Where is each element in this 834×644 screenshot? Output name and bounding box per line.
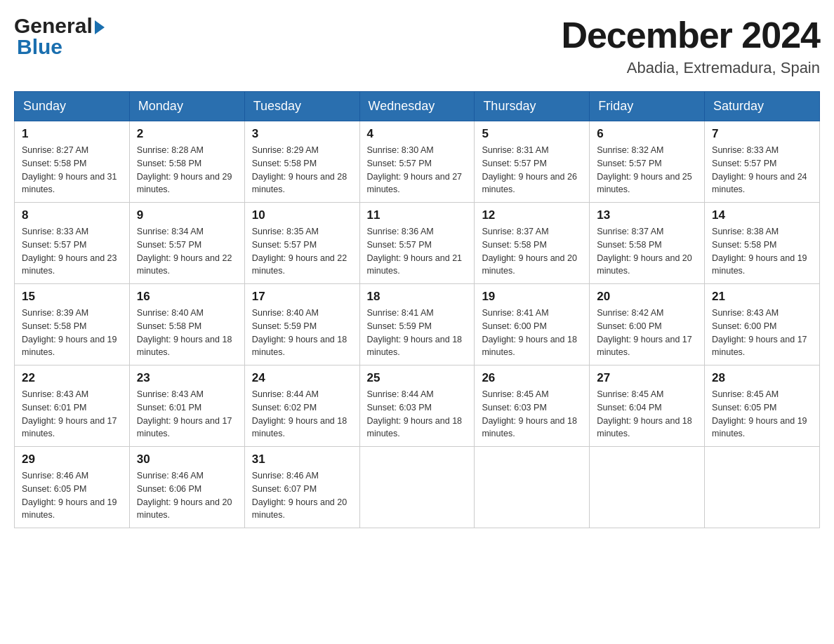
day-info: Sunrise: 8:43 AMSunset: 6:01 PMDaylight:… <box>137 388 237 441</box>
day-info: Sunrise: 8:40 AMSunset: 5:58 PMDaylight:… <box>137 307 237 359</box>
week-row-5: 29Sunrise: 8:46 AMSunset: 6:05 PMDayligh… <box>15 447 820 528</box>
day-number: 26 <box>482 371 582 385</box>
day-number: 10 <box>252 208 352 222</box>
day-number: 16 <box>137 290 237 304</box>
column-header-monday: Monday <box>129 92 244 121</box>
day-number: 31 <box>252 452 352 467</box>
day-number: 15 <box>22 290 122 304</box>
day-number: 3 <box>252 127 352 141</box>
day-number: 2 <box>137 127 237 141</box>
day-info: Sunrise: 8:44 AMSunset: 6:03 PMDaylight:… <box>367 388 468 441</box>
day-cell: 18Sunrise: 8:41 AMSunset: 5:59 PMDayligh… <box>359 284 475 365</box>
day-cell: 28Sunrise: 8:45 AMSunset: 6:05 PMDayligh… <box>705 365 820 447</box>
column-header-wednesday: Wednesday <box>359 92 475 121</box>
day-cell: 12Sunrise: 8:37 AMSunset: 5:58 PMDayligh… <box>475 203 590 284</box>
day-info: Sunrise: 8:39 AMSunset: 5:58 PMDaylight:… <box>22 307 122 359</box>
day-cell: 14Sunrise: 8:38 AMSunset: 5:58 PMDayligh… <box>705 203 820 284</box>
day-info: Sunrise: 8:37 AMSunset: 5:58 PMDaylight:… <box>597 225 697 278</box>
day-cell: 7Sunrise: 8:33 AMSunset: 5:57 PMDaylight… <box>705 121 820 203</box>
day-number: 25 <box>367 371 468 385</box>
day-number: 7 <box>712 127 812 141</box>
location-title: Abadia, Extremadura, Spain <box>561 59 820 77</box>
day-cell: 29Sunrise: 8:46 AMSunset: 6:05 PMDayligh… <box>15 447 130 528</box>
day-info: Sunrise: 8:34 AMSunset: 5:57 PMDaylight:… <box>137 225 237 278</box>
day-cell <box>359 447 475 528</box>
day-info: Sunrise: 8:29 AMSunset: 5:58 PMDaylight:… <box>252 144 352 196</box>
day-info: Sunrise: 8:46 AMSunset: 6:07 PMDaylight:… <box>252 469 352 522</box>
day-cell <box>590 447 705 528</box>
day-info: Sunrise: 8:32 AMSunset: 5:57 PMDaylight:… <box>597 144 697 196</box>
day-number: 27 <box>597 371 697 385</box>
day-info: Sunrise: 8:37 AMSunset: 5:58 PMDaylight:… <box>482 225 582 278</box>
day-number: 18 <box>367 290 468 304</box>
week-row-1: 1Sunrise: 8:27 AMSunset: 5:58 PMDaylight… <box>15 121 820 203</box>
week-row-2: 8Sunrise: 8:33 AMSunset: 5:57 PMDaylight… <box>15 203 820 284</box>
day-info: Sunrise: 8:30 AMSunset: 5:57 PMDaylight:… <box>367 144 468 196</box>
day-number: 20 <box>597 290 697 304</box>
month-title: December 2024 <box>561 14 820 56</box>
logo-blue-text: Blue <box>14 35 62 59</box>
day-info: Sunrise: 8:33 AMSunset: 5:57 PMDaylight:… <box>712 144 812 196</box>
day-info: Sunrise: 8:45 AMSunset: 6:05 PMDaylight:… <box>712 388 812 441</box>
day-cell: 27Sunrise: 8:45 AMSunset: 6:04 PMDayligh… <box>590 365 705 447</box>
day-cell: 16Sunrise: 8:40 AMSunset: 5:58 PMDayligh… <box>129 284 244 365</box>
day-cell: 3Sunrise: 8:29 AMSunset: 5:58 PMDaylight… <box>244 121 359 203</box>
day-cell: 31Sunrise: 8:46 AMSunset: 6:07 PMDayligh… <box>244 447 359 528</box>
day-info: Sunrise: 8:43 AMSunset: 6:00 PMDaylight:… <box>712 307 812 359</box>
week-row-4: 22Sunrise: 8:43 AMSunset: 6:01 PMDayligh… <box>15 365 820 447</box>
day-info: Sunrise: 8:41 AMSunset: 5:59 PMDaylight:… <box>367 307 468 359</box>
week-row-3: 15Sunrise: 8:39 AMSunset: 5:58 PMDayligh… <box>15 284 820 365</box>
title-section: December 2024 Abadia, Extremadura, Spain <box>561 14 820 77</box>
day-number: 30 <box>137 452 237 467</box>
day-info: Sunrise: 8:43 AMSunset: 6:01 PMDaylight:… <box>22 388 122 441</box>
day-cell: 30Sunrise: 8:46 AMSunset: 6:06 PMDayligh… <box>129 447 244 528</box>
column-header-sunday: Sunday <box>15 92 130 121</box>
day-number: 6 <box>597 127 697 141</box>
calendar-table: SundayMondayTuesdayWednesdayThursdayFrid… <box>14 91 820 528</box>
day-cell: 11Sunrise: 8:36 AMSunset: 5:57 PMDayligh… <box>359 203 475 284</box>
day-cell: 21Sunrise: 8:43 AMSunset: 6:00 PMDayligh… <box>705 284 820 365</box>
day-number: 23 <box>137 371 237 385</box>
day-info: Sunrise: 8:46 AMSunset: 6:05 PMDaylight:… <box>22 469 122 522</box>
day-cell: 17Sunrise: 8:40 AMSunset: 5:59 PMDayligh… <box>244 284 359 365</box>
day-number: 8 <box>22 208 122 222</box>
page-header: General Blue December 2024 Abadia, Extre… <box>14 14 820 77</box>
day-cell <box>475 447 590 528</box>
day-cell: 20Sunrise: 8:42 AMSunset: 6:00 PMDayligh… <box>590 284 705 365</box>
day-number: 4 <box>367 127 468 141</box>
day-number: 21 <box>712 290 812 304</box>
day-info: Sunrise: 8:46 AMSunset: 6:06 PMDaylight:… <box>137 469 237 522</box>
day-cell <box>705 447 820 528</box>
column-header-tuesday: Tuesday <box>244 92 359 121</box>
day-cell: 1Sunrise: 8:27 AMSunset: 5:58 PMDaylight… <box>15 121 130 203</box>
day-cell: 13Sunrise: 8:37 AMSunset: 5:58 PMDayligh… <box>590 203 705 284</box>
day-info: Sunrise: 8:40 AMSunset: 5:59 PMDaylight:… <box>252 307 352 359</box>
day-info: Sunrise: 8:28 AMSunset: 5:58 PMDaylight:… <box>137 144 237 196</box>
day-number: 17 <box>252 290 352 304</box>
day-number: 5 <box>482 127 582 141</box>
day-cell: 24Sunrise: 8:44 AMSunset: 6:02 PMDayligh… <box>244 365 359 447</box>
day-info: Sunrise: 8:38 AMSunset: 5:58 PMDaylight:… <box>712 225 812 278</box>
day-number: 28 <box>712 371 812 385</box>
calendar-header-row: SundayMondayTuesdayWednesdayThursdayFrid… <box>15 92 820 121</box>
column-header-thursday: Thursday <box>475 92 590 121</box>
column-header-friday: Friday <box>590 92 705 121</box>
day-number: 13 <box>597 208 697 222</box>
day-cell: 8Sunrise: 8:33 AMSunset: 5:57 PMDaylight… <box>15 203 130 284</box>
day-info: Sunrise: 8:33 AMSunset: 5:57 PMDaylight:… <box>22 225 122 278</box>
day-cell: 9Sunrise: 8:34 AMSunset: 5:57 PMDaylight… <box>129 203 244 284</box>
day-cell: 23Sunrise: 8:43 AMSunset: 6:01 PMDayligh… <box>129 365 244 447</box>
day-cell: 26Sunrise: 8:45 AMSunset: 6:03 PMDayligh… <box>475 365 590 447</box>
day-number: 29 <box>22 452 122 467</box>
day-cell: 25Sunrise: 8:44 AMSunset: 6:03 PMDayligh… <box>359 365 475 447</box>
logo: General Blue <box>14 14 105 59</box>
day-cell: 5Sunrise: 8:31 AMSunset: 5:57 PMDaylight… <box>475 121 590 203</box>
day-cell: 10Sunrise: 8:35 AMSunset: 5:57 PMDayligh… <box>244 203 359 284</box>
day-number: 12 <box>482 208 582 222</box>
day-cell: 6Sunrise: 8:32 AMSunset: 5:57 PMDaylight… <box>590 121 705 203</box>
day-info: Sunrise: 8:41 AMSunset: 6:00 PMDaylight:… <box>482 307 582 359</box>
day-cell: 19Sunrise: 8:41 AMSunset: 6:00 PMDayligh… <box>475 284 590 365</box>
day-cell: 22Sunrise: 8:43 AMSunset: 6:01 PMDayligh… <box>15 365 130 447</box>
day-info: Sunrise: 8:27 AMSunset: 5:58 PMDaylight:… <box>22 144 122 196</box>
day-number: 22 <box>22 371 122 385</box>
